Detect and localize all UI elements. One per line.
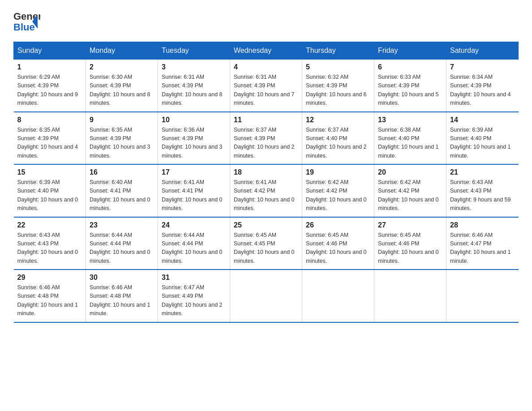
day-number: 2 xyxy=(90,63,154,71)
col-tuesday: Tuesday xyxy=(158,42,230,60)
day-info: Sunrise: 6:46 AMSunset: 4:47 PMDaylight:… xyxy=(450,231,515,266)
day-number: 31 xyxy=(162,274,226,282)
day-info: Sunrise: 6:31 AMSunset: 4:39 PMDaylight:… xyxy=(162,73,226,108)
calendar-week-row: 1Sunrise: 6:29 AMSunset: 4:39 PMDaylight… xyxy=(14,60,519,112)
day-info: Sunrise: 6:39 AMSunset: 4:40 PMDaylight:… xyxy=(450,126,515,161)
col-wednesday: Wednesday xyxy=(230,42,302,60)
day-info: Sunrise: 6:38 AMSunset: 4:40 PMDaylight:… xyxy=(378,126,442,161)
calendar-cell: 30Sunrise: 6:46 AMSunset: 4:48 PMDayligh… xyxy=(86,270,158,322)
day-number: 10 xyxy=(162,116,226,124)
calendar-cell: 19Sunrise: 6:42 AMSunset: 4:42 PMDayligh… xyxy=(302,164,374,217)
day-info: Sunrise: 6:42 AMSunset: 4:42 PMDaylight:… xyxy=(306,178,370,213)
day-number: 3 xyxy=(162,63,226,71)
calendar-cell: 27Sunrise: 6:45 AMSunset: 4:46 PMDayligh… xyxy=(374,217,446,270)
calendar-cell: 29Sunrise: 6:46 AMSunset: 4:48 PMDayligh… xyxy=(14,270,86,322)
day-info: Sunrise: 6:43 AMSunset: 4:43 PMDaylight:… xyxy=(450,178,515,213)
day-info: Sunrise: 6:35 AMSunset: 4:39 PMDaylight:… xyxy=(90,126,154,161)
page-header: General Blue xyxy=(13,9,519,34)
day-number: 8 xyxy=(17,116,82,124)
day-number: 28 xyxy=(450,221,515,229)
calendar-cell xyxy=(446,270,519,322)
day-number: 19 xyxy=(306,168,370,176)
day-info: Sunrise: 6:45 AMSunset: 4:46 PMDaylight:… xyxy=(378,231,442,266)
col-monday: Monday xyxy=(86,42,158,60)
day-info: Sunrise: 6:45 AMSunset: 4:45 PMDaylight:… xyxy=(234,231,298,266)
day-number: 18 xyxy=(234,168,298,176)
day-info: Sunrise: 6:35 AMSunset: 4:39 PMDaylight:… xyxy=(17,126,82,161)
day-number: 6 xyxy=(378,63,442,71)
calendar-cell: 9Sunrise: 6:35 AMSunset: 4:39 PMDaylight… xyxy=(86,112,158,165)
calendar-cell: 2Sunrise: 6:30 AMSunset: 4:39 PMDaylight… xyxy=(86,60,158,112)
calendar-cell: 26Sunrise: 6:45 AMSunset: 4:46 PMDayligh… xyxy=(302,217,374,270)
calendar-cell: 12Sunrise: 6:37 AMSunset: 4:40 PMDayligh… xyxy=(302,112,374,165)
day-info: Sunrise: 6:45 AMSunset: 4:46 PMDaylight:… xyxy=(306,231,370,266)
day-number: 14 xyxy=(450,116,515,124)
calendar-cell xyxy=(374,270,446,322)
day-info: Sunrise: 6:29 AMSunset: 4:39 PMDaylight:… xyxy=(17,73,82,108)
calendar-cell: 3Sunrise: 6:31 AMSunset: 4:39 PMDaylight… xyxy=(158,60,230,112)
day-number: 9 xyxy=(90,116,154,124)
day-info: Sunrise: 6:34 AMSunset: 4:39 PMDaylight:… xyxy=(450,73,515,108)
day-number: 27 xyxy=(378,221,442,229)
day-info: Sunrise: 6:44 AMSunset: 4:44 PMDaylight:… xyxy=(162,231,226,266)
day-number: 1 xyxy=(17,63,82,71)
calendar-cell: 4Sunrise: 6:31 AMSunset: 4:39 PMDaylight… xyxy=(230,60,302,112)
col-saturday: Saturday xyxy=(446,42,519,60)
day-info: Sunrise: 6:33 AMSunset: 4:39 PMDaylight:… xyxy=(378,73,442,108)
day-number: 20 xyxy=(378,168,442,176)
calendar-cell: 16Sunrise: 6:40 AMSunset: 4:41 PMDayligh… xyxy=(86,164,158,217)
day-number: 24 xyxy=(162,221,226,229)
day-info: Sunrise: 6:42 AMSunset: 4:42 PMDaylight:… xyxy=(378,178,442,213)
day-info: Sunrise: 6:30 AMSunset: 4:39 PMDaylight:… xyxy=(90,73,154,108)
calendar-cell: 1Sunrise: 6:29 AMSunset: 4:39 PMDaylight… xyxy=(14,60,86,112)
calendar-cell: 20Sunrise: 6:42 AMSunset: 4:42 PMDayligh… xyxy=(374,164,446,217)
day-number: 7 xyxy=(450,63,515,71)
col-friday: Friday xyxy=(374,42,446,60)
calendar-week-row: 29Sunrise: 6:46 AMSunset: 4:48 PMDayligh… xyxy=(14,270,519,322)
calendar-cell: 23Sunrise: 6:44 AMSunset: 4:44 PMDayligh… xyxy=(86,217,158,270)
calendar-cell: 13Sunrise: 6:38 AMSunset: 4:40 PMDayligh… xyxy=(374,112,446,165)
calendar-cell: 28Sunrise: 6:46 AMSunset: 4:47 PMDayligh… xyxy=(446,217,519,270)
day-number: 5 xyxy=(306,63,370,71)
calendar-week-row: 22Sunrise: 6:43 AMSunset: 4:43 PMDayligh… xyxy=(14,217,519,270)
day-info: Sunrise: 6:47 AMSunset: 4:49 PMDaylight:… xyxy=(162,283,226,318)
day-number: 30 xyxy=(90,274,154,282)
day-info: Sunrise: 6:37 AMSunset: 4:40 PMDaylight:… xyxy=(306,126,370,161)
logo: General Blue xyxy=(13,9,40,34)
calendar-cell: 14Sunrise: 6:39 AMSunset: 4:40 PMDayligh… xyxy=(446,112,519,165)
day-number: 4 xyxy=(234,63,298,71)
calendar-cell: 22Sunrise: 6:43 AMSunset: 4:43 PMDayligh… xyxy=(14,217,86,270)
calendar-cell: 7Sunrise: 6:34 AMSunset: 4:39 PMDaylight… xyxy=(446,60,519,112)
day-number: 16 xyxy=(90,168,154,176)
calendar-cell: 15Sunrise: 6:39 AMSunset: 4:40 PMDayligh… xyxy=(14,164,86,217)
day-info: Sunrise: 6:39 AMSunset: 4:40 PMDaylight:… xyxy=(17,178,82,213)
day-number: 15 xyxy=(17,168,82,176)
calendar-cell: 25Sunrise: 6:45 AMSunset: 4:45 PMDayligh… xyxy=(230,217,302,270)
calendar-cell: 24Sunrise: 6:44 AMSunset: 4:44 PMDayligh… xyxy=(158,217,230,270)
col-sunday: Sunday xyxy=(14,42,86,60)
calendar-cell: 5Sunrise: 6:32 AMSunset: 4:39 PMDaylight… xyxy=(302,60,374,112)
day-info: Sunrise: 6:32 AMSunset: 4:39 PMDaylight:… xyxy=(306,73,370,108)
calendar-table: Sunday Monday Tuesday Wednesday Thursday… xyxy=(13,42,519,323)
calendar-cell: 18Sunrise: 6:41 AMSunset: 4:42 PMDayligh… xyxy=(230,164,302,217)
calendar-cell: 8Sunrise: 6:35 AMSunset: 4:39 PMDaylight… xyxy=(14,112,86,165)
calendar-header-row: Sunday Monday Tuesday Wednesday Thursday… xyxy=(14,42,519,60)
calendar-cell: 31Sunrise: 6:47 AMSunset: 4:49 PMDayligh… xyxy=(158,270,230,322)
day-number: 23 xyxy=(90,221,154,229)
day-info: Sunrise: 6:41 AMSunset: 4:41 PMDaylight:… xyxy=(162,178,226,213)
calendar-cell xyxy=(230,270,302,322)
day-number: 17 xyxy=(162,168,226,176)
calendar-cell xyxy=(302,270,374,322)
calendar-cell: 21Sunrise: 6:43 AMSunset: 4:43 PMDayligh… xyxy=(446,164,519,217)
day-info: Sunrise: 6:46 AMSunset: 4:48 PMDaylight:… xyxy=(17,283,82,318)
calendar-cell: 10Sunrise: 6:36 AMSunset: 4:39 PMDayligh… xyxy=(158,112,230,165)
calendar-week-row: 15Sunrise: 6:39 AMSunset: 4:40 PMDayligh… xyxy=(14,164,519,217)
svg-text:Blue: Blue xyxy=(13,21,35,33)
day-number: 22 xyxy=(17,221,82,229)
day-info: Sunrise: 6:31 AMSunset: 4:39 PMDaylight:… xyxy=(234,73,298,108)
calendar-week-row: 8Sunrise: 6:35 AMSunset: 4:39 PMDaylight… xyxy=(14,112,519,165)
logo-icon: General Blue xyxy=(13,9,40,34)
day-info: Sunrise: 6:36 AMSunset: 4:39 PMDaylight:… xyxy=(162,126,226,161)
calendar-cell: 11Sunrise: 6:37 AMSunset: 4:39 PMDayligh… xyxy=(230,112,302,165)
day-info: Sunrise: 6:37 AMSunset: 4:39 PMDaylight:… xyxy=(234,126,298,161)
